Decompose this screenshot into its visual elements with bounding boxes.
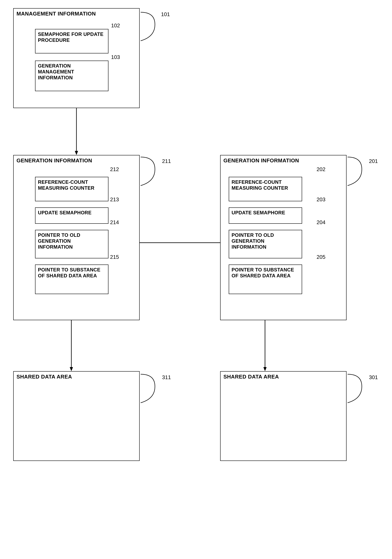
ref-214: 214 bbox=[110, 219, 119, 225]
management-info-box: MANAGEMENT INFORMATION SEMAPHORE FOR UPD… bbox=[13, 8, 140, 108]
update-sem-right-box: UPDATE SEMAPHORE bbox=[229, 207, 302, 224]
ref-count-left-label: REFERENCE-COUNT MEASURING COUNTER bbox=[36, 177, 108, 193]
shared-data-right-box: SHARED DATA AREA bbox=[220, 371, 346, 461]
ref-203: 203 bbox=[317, 196, 325, 203]
gen-info-right-box: GENERATION INFORMATION REFERENCE-COUNT M… bbox=[220, 155, 346, 320]
ptr-old-left-label: POINTER TO OLD GENERATION INFORMATION bbox=[36, 230, 108, 252]
ptr-substance-left-box: POINTER TO SUBSTANCE OF SHARED DATA AREA bbox=[35, 264, 109, 294]
ref-103: 103 bbox=[111, 54, 120, 60]
diagram-container: MANAGEMENT INFORMATION SEMAPHORE FOR UPD… bbox=[0, 0, 392, 559]
gen-info-left-box: GENERATION INFORMATION REFERENCE-COUNT M… bbox=[13, 155, 140, 320]
ref-count-right-box: REFERENCE-COUNT MEASURING COUNTER bbox=[229, 177, 302, 201]
ptr-old-left-box: POINTER TO OLD GENERATION INFORMATION bbox=[35, 230, 109, 258]
shared-data-left-label: SHARED DATA AREA bbox=[14, 372, 139, 382]
ref-101: 101 bbox=[161, 11, 170, 18]
svg-marker-5 bbox=[70, 367, 73, 371]
ref-count-right-label: REFERENCE-COUNT MEASURING COUNTER bbox=[229, 177, 302, 193]
ref-205: 205 bbox=[317, 254, 325, 260]
ref-301: 301 bbox=[369, 374, 378, 381]
ptr-substance-right-box: POINTER TO SUBSTANCE OF SHARED DATA AREA bbox=[229, 264, 302, 294]
svg-marker-1 bbox=[75, 151, 78, 155]
semaphore-update-label: SEMAPHORE FOR UPDATE PROCEDURE bbox=[36, 29, 108, 45]
update-sem-left-label: UPDATE SEMAPHORE bbox=[36, 208, 108, 218]
gen-mgmt-info-label: GENERATION MANAGEMENT INFORMATION bbox=[36, 61, 108, 83]
ref-201: 201 bbox=[369, 158, 378, 164]
ref-311: 311 bbox=[162, 374, 171, 381]
update-sem-right-label: UPDATE SEMAPHORE bbox=[229, 208, 302, 218]
update-sem-left-box: UPDATE SEMAPHORE bbox=[35, 207, 109, 224]
ref-202: 202 bbox=[317, 166, 325, 173]
management-info-label: MANAGEMENT INFORMATION bbox=[14, 9, 139, 19]
ptr-old-right-box: POINTER TO OLD GENERATION INFORMATION bbox=[229, 230, 302, 258]
semaphore-update-box: SEMAPHORE FOR UPDATE PROCEDURE bbox=[35, 29, 109, 53]
ref-102: 102 bbox=[111, 22, 120, 29]
ptr-substance-right-label: POINTER TO SUBSTANCE OF SHARED DATA AREA bbox=[229, 265, 302, 281]
gen-info-left-label: GENERATION INFORMATION bbox=[14, 155, 139, 166]
ptr-substance-left-label: POINTER TO SUBSTANCE OF SHARED DATA AREA bbox=[36, 265, 108, 281]
shared-data-left-box: SHARED DATA AREA bbox=[13, 371, 140, 461]
ref-count-left-box: REFERENCE-COUNT MEASURING COUNTER bbox=[35, 177, 109, 201]
ref-211: 211 bbox=[162, 158, 171, 164]
shared-data-right-label: SHARED DATA AREA bbox=[220, 372, 346, 382]
ref-213: 213 bbox=[110, 196, 119, 203]
ref-215: 215 bbox=[110, 254, 119, 260]
ptr-old-right-label: POINTER TO OLD GENERATION INFORMATION bbox=[229, 230, 302, 252]
ref-204: 204 bbox=[317, 219, 325, 225]
gen-info-right-label: GENERATION INFORMATION bbox=[220, 155, 346, 166]
svg-marker-7 bbox=[263, 367, 267, 371]
gen-mgmt-info-box: GENERATION MANAGEMENT INFORMATION bbox=[35, 61, 109, 91]
ref-212: 212 bbox=[110, 166, 119, 173]
